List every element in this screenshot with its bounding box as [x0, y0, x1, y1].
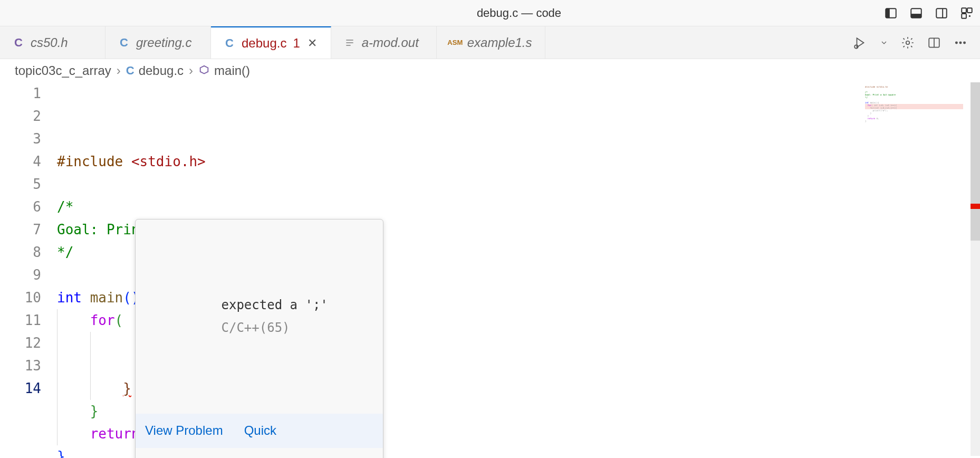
problem-actions-row: View Problem Quick — [136, 414, 383, 448]
line-number: 10 — [0, 287, 41, 309]
svg-rect-3 — [911, 14, 921, 18]
minimap[interactable]: #include <stdio.h> /* Goal: Print a 3x3 … — [865, 82, 971, 456]
chevron-right-icon: › — [117, 63, 121, 78]
svg-point-14 — [906, 41, 910, 44]
close-icon[interactable]: ✕ — [306, 37, 318, 49]
line-number: 2 — [0, 105, 41, 128]
quick-fix-link[interactable]: Quick — [244, 419, 276, 442]
tab-a-mod-out[interactable]: a-mod.out — [331, 26, 437, 59]
title-bar: debug.c — code — [0, 0, 980, 26]
customize-layout-icon[interactable] — [960, 6, 974, 20]
tab-label: debug.c — [242, 36, 286, 51]
breadcrumb-file-label: debug.c — [139, 63, 184, 78]
problem-hover-popup: expected a ';' C/C++(65) View Problem Qu… — [135, 219, 383, 458]
svg-point-17 — [956, 42, 957, 43]
line-number: 4 — [0, 150, 41, 173]
problem-source: C/C++(65) — [222, 320, 290, 335]
line-number: 12 — [0, 332, 41, 355]
c-file-icon: C — [118, 37, 130, 49]
line-number: 3 — [0, 128, 41, 150]
gear-icon[interactable] — [901, 36, 915, 50]
tab-example1-s[interactable]: ASM example1.s — [437, 26, 545, 59]
chevron-down-icon[interactable] — [880, 36, 888, 50]
tab-label: a-mod.out — [362, 35, 419, 50]
svg-point-19 — [964, 42, 965, 43]
line-number: 13 — [0, 355, 41, 377]
svg-rect-8 — [962, 14, 966, 18]
svg-rect-4 — [936, 8, 947, 17]
svg-rect-7 — [967, 8, 972, 13]
svg-point-18 — [959, 42, 961, 43]
window-title: debug.c — code — [154, 6, 884, 20]
code-line[interactable] — [57, 173, 865, 196]
chevron-right-icon: › — [189, 63, 193, 78]
svg-point-9 — [969, 15, 971, 16]
line-number: 8 — [0, 241, 41, 264]
layout-secondary-sidebar-icon[interactable] — [935, 6, 948, 20]
svg-rect-1 — [886, 8, 890, 17]
c-file-icon: C — [126, 64, 134, 78]
layout-panel-icon[interactable] — [909, 6, 923, 20]
line-number: 14 — [0, 377, 41, 400]
line-number: 6 — [0, 196, 41, 218]
svg-rect-6 — [962, 8, 966, 13]
breadcrumb: topic03c_c_array › C debug.c › main() — [0, 59, 980, 82]
asm-file-icon: ASM — [449, 37, 461, 49]
symbol-method-icon — [198, 65, 210, 77]
overview-ruler[interactable] — [971, 82, 980, 456]
line-number-gutter: 1234567891011121314 — [0, 82, 57, 456]
line-number: 7 — [0, 218, 41, 241]
tab-label: greeting.c — [136, 35, 191, 50]
breadcrumb-file[interactable]: C debug.c — [126, 63, 184, 78]
problem-message-row: expected a ';' C/C++(65) — [136, 265, 383, 368]
tab-label: cs50.h — [31, 35, 68, 50]
minimap-content: #include <stdio.h> /* Goal: Print a 3x3 … — [865, 85, 963, 122]
tab-problem-badge: 1 — [293, 36, 300, 51]
breadcrumb-symbol[interactable]: main() — [198, 63, 250, 78]
layout-primary-sidebar-icon[interactable] — [884, 6, 898, 20]
line-number: 5 — [0, 173, 41, 196]
tab-debug-c[interactable]: C debug.c 1 ✕ — [211, 26, 331, 59]
error-marker — [971, 204, 980, 209]
line-number: 9 — [0, 264, 41, 287]
code-line[interactable]: /* — [57, 196, 865, 218]
tab-label: example1.s — [467, 35, 532, 50]
more-actions-icon[interactable] — [954, 36, 967, 50]
c-file-icon: C — [224, 37, 235, 49]
editor-actions — [841, 26, 980, 59]
tab-bar: C cs50.h C greeting.c C debug.c 1 ✕ a-mo… — [0, 26, 980, 59]
breadcrumb-symbol-label: main() — [214, 63, 250, 78]
c-header-icon: C — [13, 37, 24, 49]
tab-greeting-c[interactable]: C greeting.c — [105, 26, 211, 59]
text-file-icon — [344, 37, 356, 49]
code-content[interactable]: #include <stdio.h>/*Goal: Print a 3*3 sq… — [57, 82, 865, 456]
view-problem-link[interactable]: View Problem — [145, 419, 223, 442]
tab-cs50-h[interactable]: C cs50.h — [0, 26, 105, 59]
scrollbar-thumb[interactable] — [971, 82, 980, 241]
problem-message: expected a ';' — [222, 298, 328, 312]
line-number: 11 — [0, 309, 41, 332]
title-bar-actions — [884, 6, 974, 20]
split-editor-icon[interactable] — [927, 36, 941, 50]
code-editor[interactable]: 1234567891011121314 #include <stdio.h>/*… — [0, 82, 865, 456]
breadcrumb-folder[interactable]: topic03c_c_array — [15, 63, 111, 78]
editor-area: 1234567891011121314 #include <stdio.h>/*… — [0, 82, 980, 456]
line-number: 1 — [0, 82, 41, 105]
code-line[interactable]: #include <stdio.h> — [57, 150, 865, 173]
run-debug-icon[interactable] — [853, 36, 867, 50]
